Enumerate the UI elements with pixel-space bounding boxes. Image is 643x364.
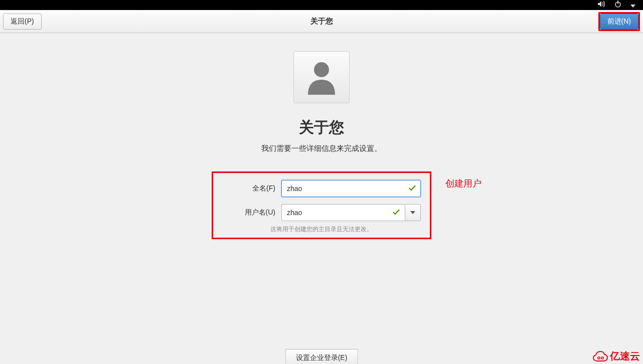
fullname-label: 全名(F) — [222, 184, 275, 193]
username-row: 用户名(U) — [222, 204, 421, 221]
username-dropdown-button[interactable] — [405, 204, 421, 221]
svg-point-4 — [601, 356, 603, 358]
fullname-input[interactable] — [281, 180, 421, 197]
enterprise-login-button[interactable]: 设置企业登录(E) — [285, 349, 358, 364]
header-bar: 返回(P) 关于您 前进(N) — [0, 10, 643, 33]
form-highlight-box: 全名(F) 用户名(U) — [212, 171, 431, 239]
username-input[interactable] — [281, 204, 405, 221]
fullname-row: 全名(F) — [222, 180, 421, 197]
svg-point-2 — [314, 62, 329, 77]
cloud-icon — [593, 351, 608, 362]
back-button[interactable]: 返回(P) — [3, 14, 42, 30]
volume-icon[interactable] — [597, 1, 605, 10]
watermark: 亿速云 — [593, 349, 640, 363]
svg-point-3 — [598, 356, 600, 358]
page-heading: 关于您 — [299, 117, 344, 138]
forward-button[interactable]: 前进(N) — [600, 14, 638, 30]
header-title: 关于您 — [310, 17, 333, 26]
power-icon[interactable] — [614, 1, 621, 10]
page-subtitle: 我们需要一些详细信息来完成设置。 — [261, 144, 382, 153]
user-icon — [306, 60, 337, 95]
forward-button-highlight: 前进(N) — [598, 12, 640, 31]
username-label: 用户名(U) — [222, 208, 275, 217]
system-top-bar — [0, 0, 643, 10]
username-helper-text: 这将用于创建您的主目录且无法更改。 — [222, 225, 421, 234]
svg-rect-1 — [617, 1, 618, 4]
chevron-down-icon — [410, 211, 415, 214]
main-content: 关于您 我们需要一些详细信息来完成设置。 全名(F) 用户名(U) — [0, 33, 643, 239]
dropdown-caret-icon[interactable] — [630, 1, 635, 10]
avatar-placeholder[interactable] — [293, 51, 350, 103]
watermark-text: 亿速云 — [610, 349, 640, 363]
annotation-create-user: 创建用户 — [445, 177, 481, 190]
